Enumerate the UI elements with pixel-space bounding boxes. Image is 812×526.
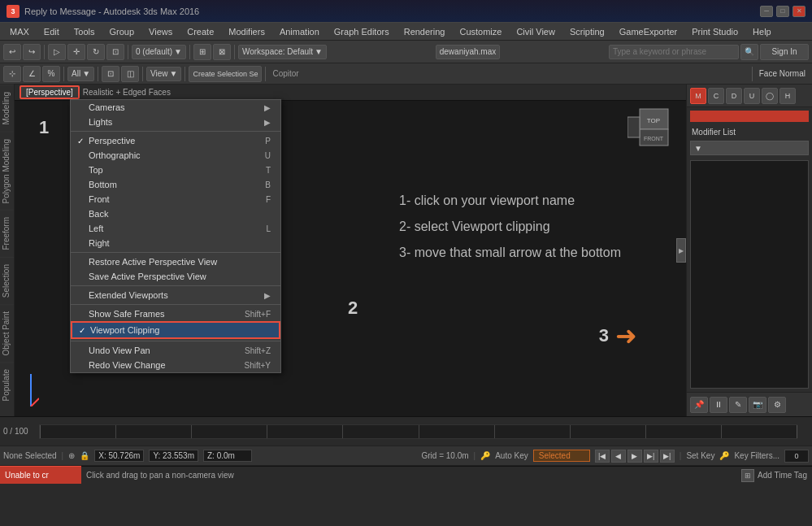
window-crossing-button[interactable]: ◫ xyxy=(121,66,139,82)
menu-views[interactable]: Views xyxy=(142,25,179,38)
modifier-dropdown[interactable]: ▼ xyxy=(690,141,809,155)
instruction-line-1: 1- click on your viewport name xyxy=(399,188,621,214)
workspace-dropdown[interactable]: Workspace: Default ▼ xyxy=(238,45,327,59)
sidebar-tab-populate[interactable]: Populate xyxy=(0,362,14,407)
rp-tab-motion[interactable]: ◯ xyxy=(762,88,778,104)
cm-orthographic[interactable]: Orthographic U xyxy=(71,148,280,163)
mirror-button[interactable]: ⊠ xyxy=(213,44,231,60)
undo-button[interactable]: ↩ xyxy=(3,44,21,60)
frame-counter[interactable]: 0 xyxy=(784,450,809,463)
error-text: Unable to cr xyxy=(5,471,49,480)
rp-tab-modify[interactable]: M xyxy=(690,88,706,104)
status-sep-4: | xyxy=(680,451,682,460)
settings-button[interactable]: ⚙ xyxy=(768,397,786,413)
edit-button[interactable]: ✎ xyxy=(729,397,747,413)
percent-snap-button[interactable]: % xyxy=(42,66,60,82)
scale-button[interactable]: ⊡ xyxy=(106,44,124,60)
sidebar-tab-selection[interactable]: Selection xyxy=(0,257,14,304)
cm-save[interactable]: Save Active Perspective View xyxy=(71,269,280,284)
rp-tab-create[interactable]: C xyxy=(708,88,724,104)
viewport-label[interactable]: [Perspective] xyxy=(20,85,80,99)
signin-button[interactable]: Sign In xyxy=(760,44,809,60)
pin-button[interactable]: 📌 xyxy=(690,397,708,413)
search-box[interactable]: Type a keyword or phrase xyxy=(609,45,739,59)
select-region-button[interactable]: ⊡ xyxy=(102,66,119,82)
cm-restore[interactable]: Restore Active Perspective View xyxy=(71,254,280,269)
cm-left[interactable]: Left L xyxy=(71,221,280,236)
next-frame-button[interactable]: ▶| xyxy=(644,450,658,463)
view-dropdown[interactable]: View ▼ xyxy=(146,67,181,81)
viewport-expand-handle[interactable]: ▶ xyxy=(676,238,686,263)
menu-rendering[interactable]: Rendering xyxy=(397,25,452,38)
filter-dropdown[interactable]: All ▼ xyxy=(67,67,94,81)
cm-bottom[interactable]: Bottom B xyxy=(71,177,280,192)
selected-dropdown[interactable]: Selected xyxy=(533,450,590,462)
cm-lights[interactable]: Lights ▶ xyxy=(71,115,280,129)
goto-end-button[interactable]: ▶| xyxy=(660,450,675,463)
maximize-button[interactable]: □ xyxy=(776,6,789,17)
pause-button[interactable]: ⏸ xyxy=(710,397,727,413)
cm-extended[interactable]: Extended Viewports ▶ xyxy=(71,288,280,302)
timeline-track[interactable] xyxy=(39,424,797,439)
menu-print-studio[interactable]: Print Studio xyxy=(685,25,745,38)
menu-scripting[interactable]: Scripting xyxy=(563,25,611,38)
menu-tools[interactable]: Tools xyxy=(67,25,102,38)
coord-z-field[interactable]: Z: 0.0m xyxy=(203,450,252,462)
select-button[interactable]: ▷ xyxy=(48,44,66,60)
bottom-area: Unable to cr Click and drag to pan a non… xyxy=(0,465,812,483)
menu-help[interactable]: Help xyxy=(746,25,778,38)
cm-front[interactable]: Front F xyxy=(71,192,280,206)
snap-button[interactable]: ⊹ xyxy=(3,66,21,82)
filename-text: dewaniyah.max xyxy=(440,47,496,56)
cm-clipping[interactable]: ✓ Viewport Clipping xyxy=(71,321,280,339)
cm-cameras[interactable]: Cameras ▶ xyxy=(71,100,280,115)
camera-button[interactable]: 📷 xyxy=(749,397,766,413)
sidebar-tab-polygon[interactable]: Polygon Modeling xyxy=(0,132,14,211)
cm-top[interactable]: Top T xyxy=(71,163,280,177)
named-sel-button[interactable]: Create Selection Se xyxy=(189,66,262,82)
rp-tab-display[interactable]: D xyxy=(726,88,742,104)
sidebar-tab-freeform[interactable]: Freeform xyxy=(0,210,14,257)
cm-redoview[interactable]: Redo View Change Shift+Y xyxy=(71,358,280,372)
goto-start-button[interactable]: |◀ xyxy=(595,450,610,463)
cm-right[interactable]: Right xyxy=(71,236,280,250)
minimize-button[interactable]: ─ xyxy=(760,6,773,17)
material-color-swatch[interactable] xyxy=(690,111,809,122)
menu-edit[interactable]: Edit xyxy=(37,25,66,38)
modifier-dropdown-arrow: ▼ xyxy=(694,144,702,153)
rotate-button[interactable]: ↻ xyxy=(87,44,105,60)
redo-button[interactable]: ↪ xyxy=(23,44,41,60)
prev-frame-button[interactable]: ◀ xyxy=(611,450,626,463)
close-button[interactable]: ✕ xyxy=(792,6,805,17)
cm-undoview[interactable]: Undo View Pan Shift+Z xyxy=(71,343,280,358)
add-time-tag-label[interactable]: Add Time Tag xyxy=(758,471,807,480)
sidebar-tab-object-paint[interactable]: Object Paint xyxy=(0,304,14,362)
coord-x-field[interactable]: X: 50.726m xyxy=(94,450,144,462)
rp-tab-hierarchy[interactable]: H xyxy=(779,88,796,104)
cm-safeframes[interactable]: Show Safe Frames Shift+F xyxy=(71,306,280,321)
sidebar-tab-modeling[interactable]: Modeling xyxy=(0,85,14,132)
rp-tab-utilities[interactable]: U xyxy=(744,88,760,104)
menu-create[interactable]: Create xyxy=(180,25,220,38)
menu-group[interactable]: Group xyxy=(103,25,141,38)
menu-civil-view[interactable]: Civil View xyxy=(510,25,561,38)
key-filters-label[interactable]: Key Filters... xyxy=(734,451,779,460)
menu-animation[interactable]: Animation xyxy=(273,25,326,38)
move-button[interactable]: ✛ xyxy=(67,44,85,60)
menu-gameexporter[interactable]: GameExporter xyxy=(613,25,684,38)
align-button[interactable]: ⊞ xyxy=(193,44,211,60)
layer-dropdown[interactable]: 0 (default) ▼ xyxy=(132,45,186,59)
nav-cube[interactable]: TOP FRONT xyxy=(627,105,676,154)
menu-modifiers[interactable]: Modifiers xyxy=(222,25,271,38)
menu-max[interactable]: MAX xyxy=(3,25,36,38)
search-button[interactable]: 🔍 xyxy=(740,44,758,60)
menu-customize[interactable]: Customize xyxy=(453,25,508,38)
angle-snap-button[interactable]: ∠ xyxy=(23,66,41,82)
coord-y-field[interactable]: Y: 23.553m xyxy=(149,450,198,462)
cm-perspective[interactable]: ✓ Perspective P xyxy=(71,133,280,148)
play-button[interactable]: ▶ xyxy=(627,450,642,463)
cm-back[interactable]: Back xyxy=(71,206,280,221)
menu-graph-editors[interactable]: Graph Editors xyxy=(328,25,396,38)
badge-number-3: 3 xyxy=(599,325,609,346)
viewport-tab-realistic[interactable]: Realistic + Edged Faces xyxy=(83,88,171,97)
